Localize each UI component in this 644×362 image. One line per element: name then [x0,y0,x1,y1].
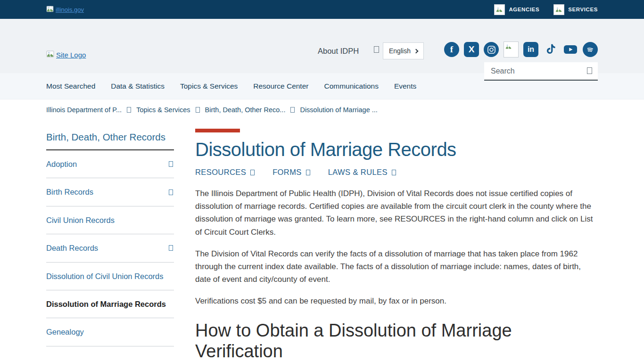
sidebar: Birth, Death, Other Records Adoption Bir… [46,127,174,362]
x-twitter-icon[interactable]: X [464,42,479,57]
sidebar-item-death-records[interactable]: Death Records [46,234,174,262]
sidebar-item-dissolution-civil-union[interactable]: Dissolution of Civil Union Records [46,263,174,290]
nav-resource-center[interactable]: Resource Center [253,82,308,90]
sidebar-item-label: Genealogy [46,326,84,338]
page-title: Dissolution of Marriage Records [195,139,598,160]
sidebar-item-label: Death Records [46,242,98,254]
site-logo-label: Site Logo [56,51,86,59]
sidebar-item-genealogy[interactable]: Genealogy [46,318,174,346]
cost-paragraph: Verifications cost $5 and can be request… [195,295,594,307]
illinois-gov-link[interactable]: illinois.gov [46,5,84,14]
search-icon[interactable] [587,67,592,74]
expand-icon[interactable] [169,161,173,167]
title-accent-bar [195,129,240,132]
breadcrumb-item-birth-death[interactable]: Birth, Death, Other Reco... [205,106,286,114]
facebook-icon[interactable]: f [444,42,459,57]
youtube-icon[interactable] [563,42,578,57]
verification-paragraph: The Division of Vital Records can verify… [195,247,594,286]
how-to-obtain-heading: How to Obtain a Dissolution of Marriage … [195,320,553,362]
sidebar-item-label: Dissolution of Civil Union Records [46,270,164,282]
broken-image-icon [494,4,505,15]
breadcrumb: Illinois Department of P... Topics & Ser… [0,99,644,118]
services-link[interactable]: SERVICES [553,4,598,15]
intro-paragraph: The Illinois Department of Public Health… [195,187,594,239]
site-logo-link[interactable]: Site Logo [46,50,86,59]
broken-image-icon[interactable] [504,41,519,58]
sidebar-item-dissolution-marriage[interactable]: Dissolution of Marriage Records [46,290,174,318]
search-box [484,62,598,81]
laws-rules-link[interactable]: LAWS & RULES [328,168,396,177]
search-input[interactable] [484,62,598,81]
expand-icon [392,170,396,175]
expand-icon[interactable] [169,189,173,195]
sidebar-item-label: Dissolution of Marriage Records [46,298,166,310]
nav-events[interactable]: Events [394,82,416,90]
forms-label: FORMS [272,168,302,177]
illinois-gov-label: illinois.gov [56,6,84,13]
breadcrumb-separator-icon [290,107,295,113]
quick-links-row: RESOURCES FORMS LAWS & RULES [195,168,598,177]
utility-bar: illinois.gov AGENCIES SERVICES [0,0,644,19]
social-icons-row: f X in [444,41,598,58]
agencies-link[interactable]: AGENCIES [494,4,539,15]
resources-label: RESOURCES [195,168,246,177]
main-column: Dissolution of Marriage Records RESOURCE… [195,127,598,362]
breadcrumb-item-topics[interactable]: Topics & Services [136,106,190,114]
broken-image-icon [46,50,54,59]
site-header: Site Logo About IDPH English f X in [0,19,644,73]
sidebar-item-label: Civil Union Records [46,214,115,226]
nav-data-statistics[interactable]: Data & Statistics [111,82,165,90]
broken-image-icon [553,4,564,15]
content-area: Birth, Death, Other Records Adoption Bir… [0,118,644,362]
sidebar-item-adoption[interactable]: Adoption [46,150,174,178]
expand-icon[interactable] [169,245,173,251]
language-selector[interactable]: English [383,42,424,59]
linkedin-icon[interactable]: in [523,42,538,57]
services-label: SERVICES [568,7,598,12]
sidebar-item-label: Birth Records [46,186,93,198]
breadcrumb-separator-icon [196,107,200,113]
laws-rules-label: LAWS & RULES [328,168,388,177]
breadcrumb-separator-icon [127,107,131,113]
nav-communications[interactable]: Communications [324,82,378,90]
instagram-icon[interactable] [484,42,499,57]
resources-link[interactable]: RESOURCES [195,168,255,177]
expand-icon [250,170,255,175]
breadcrumb-item-current[interactable]: Dissolution of Marriage ... [300,106,377,114]
nav-topics-services[interactable]: Topics & Services [180,82,238,90]
spotify-icon[interactable] [583,42,598,57]
sidebar-heading-link[interactable]: Birth, Death, Other Records [46,127,174,150]
sidebar-item-civil-union-records[interactable]: Civil Union Records [46,206,174,234]
nav-most-searched[interactable]: Most Searched [46,82,95,90]
broken-image-icon [46,5,54,14]
expand-icon [306,170,310,175]
sidebar-item-birth-records[interactable]: Birth Records [46,178,174,206]
language-selected-label: English [389,47,411,55]
sidebar-item-label: Adoption [46,158,77,170]
breadcrumb-item-home[interactable]: Illinois Department of P... [46,106,122,114]
utility-right-links: AGENCIES SERVICES [494,4,598,15]
agencies-label: AGENCIES [509,7,539,12]
chevron-right-icon [414,49,419,53]
forms-link[interactable]: FORMS [272,168,310,177]
globe-icon [374,46,379,53]
about-idph-link[interactable]: About IDPH [318,47,359,56]
tiktok-icon[interactable] [543,42,558,57]
